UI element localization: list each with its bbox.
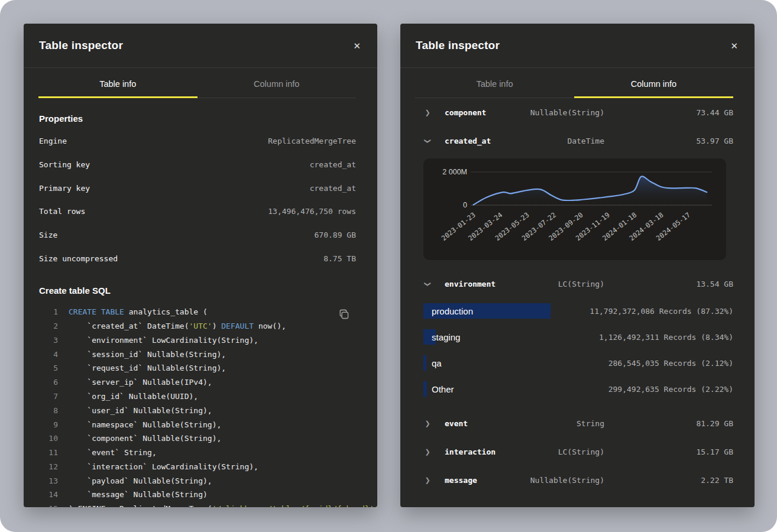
- column-size: 81.29 GB: [604, 419, 733, 428]
- sql-code-text: `user_id` Nullable(String),: [69, 404, 212, 418]
- sql-code-text: `interaction` LowCardinality(String),: [69, 460, 258, 474]
- value-records: 299,492,635 Records (2.22%): [608, 385, 733, 394]
- line-number: 8: [39, 404, 58, 418]
- line-number: 7: [39, 390, 58, 404]
- value-row-Other: Other299,492,635 Records (2.22%): [423, 376, 733, 402]
- sql-code-text: `environment` LowCardinality(String),: [69, 333, 258, 348]
- column-type: LC(String): [558, 280, 604, 288]
- property-row: EngineReplicatedMergeTree: [39, 129, 356, 153]
- column-name: environment: [445, 280, 496, 288]
- column-row-event[interactable]: ❯eventString81.29 GB: [416, 409, 733, 437]
- left-tab-bar: Table info Column info: [38, 68, 356, 98]
- properties-list: EngineReplicatedMergeTreeSorting keycrea…: [39, 129, 356, 270]
- column-size: 15.17 GB: [604, 447, 733, 456]
- tab-column-info[interactable]: Column info: [574, 68, 733, 98]
- value-bar: [423, 381, 427, 397]
- sql-code-text: `created_at` DateTime('UTC') DEFAULT now…: [69, 319, 286, 333]
- property-label: Sorting key: [39, 160, 90, 169]
- sql-code-text: `message` Nullable(String): [69, 488, 208, 502]
- sql-line: 11 `event` String,: [39, 446, 356, 460]
- create-table-sql-heading: Create table SQL: [39, 286, 356, 296]
- column-size: 53.97 GB: [604, 137, 733, 145]
- sql-code-text: `component` Nullable(String),: [69, 432, 221, 446]
- property-value: created_at: [310, 160, 356, 169]
- column-name: component: [445, 108, 486, 117]
- column-name: interaction: [445, 447, 496, 456]
- value-row-staging: staging1,126,492,311 Records (8.34%): [423, 324, 733, 350]
- line-number: 6: [39, 375, 58, 390]
- column-name: created_at: [445, 137, 491, 145]
- line-number: 13: [39, 474, 58, 488]
- tab-table-info[interactable]: Table info: [415, 68, 574, 98]
- property-value: created_at: [310, 184, 356, 193]
- sql-line: 13 `payload` Nullable(String),: [39, 474, 356, 488]
- line-number: 2: [39, 319, 58, 333]
- created-at-chart-panel: 2 000M 0 2023-01-232023-03-242023-05-232…: [423, 158, 726, 260]
- sql-line: 15) ENGINE = ReplicatedMergeTree('/click…: [39, 502, 356, 507]
- column-row-environment[interactable]: ❯environmentLC(String)13.54 GB: [416, 270, 733, 298]
- property-label: Size: [39, 231, 57, 239]
- tab-table-info[interactable]: Table info: [38, 68, 198, 98]
- sql-line: 10 `component` Nullable(String),: [39, 432, 356, 446]
- dialog-header: Table inspector ✕: [400, 24, 755, 68]
- column-row-interaction[interactable]: ❯interactionLC(String)15.17 GB: [416, 437, 733, 466]
- column-row-message[interactable]: ❯messageNullable(String)2.22 TB: [416, 466, 733, 494]
- value-records: 11,792,372,086 Records (87.32%): [590, 307, 733, 316]
- property-row: Size uncompressed8.75 TB: [39, 246, 356, 270]
- dialog-title: Table inspector: [416, 39, 500, 52]
- sql-code-text: `session_id` Nullable(String),: [69, 348, 226, 362]
- environment-values: production11,792,372,086 Records (87.32%…: [416, 298, 733, 402]
- sql-line: 8 `user_id` Nullable(String),: [39, 404, 356, 418]
- chevron-down-icon: ❯: [424, 137, 432, 145]
- value-records: 286,545,035 Records (2.12%): [608, 359, 733, 368]
- line-number: 5: [39, 361, 58, 375]
- property-label: Size uncompressed: [39, 254, 118, 263]
- sql-code-text: `event` String,: [69, 446, 157, 460]
- chevron-right-icon: ❯: [423, 109, 432, 116]
- column-list: ❯componentNullable(String)73.44 GB❯creat…: [400, 98, 755, 494]
- column-type: Nullable(String): [530, 476, 604, 485]
- column-type: DateTime: [567, 137, 604, 145]
- property-label: Total rows: [39, 207, 85, 216]
- property-label: Engine: [39, 137, 67, 145]
- property-value: ReplicatedMergeTree: [268, 137, 356, 145]
- property-row: Primary keycreated_at: [39, 176, 356, 200]
- line-number: 9: [39, 418, 58, 432]
- column-name: message: [445, 476, 477, 485]
- sql-line: 3 `environment` LowCardinality(String),: [39, 333, 356, 348]
- sql-code-text: `payload` Nullable(String),: [69, 474, 212, 488]
- close-icon[interactable]: ✕: [727, 38, 742, 54]
- tab-column-info[interactable]: Column info: [198, 68, 357, 98]
- line-number: 14: [39, 488, 58, 502]
- copy-icon[interactable]: [335, 306, 351, 324]
- line-number: 11: [39, 446, 58, 460]
- sql-code-text: `namespace` Nullable(String),: [69, 418, 221, 432]
- column-size: 73.44 GB: [604, 108, 733, 117]
- property-row: Total rows13,496,476,750 rows: [39, 200, 356, 223]
- table-inspector-dialog-left: Table inspector ✕ Table info Column info…: [24, 24, 377, 507]
- line-number: 1: [39, 305, 58, 319]
- close-icon[interactable]: ✕: [349, 38, 364, 54]
- line-number: 4: [39, 348, 58, 362]
- property-value: 8.75 TB: [323, 254, 356, 263]
- column-size: 2.22 TB: [604, 476, 733, 485]
- column-row-created_at[interactable]: ❯created_atDateTime53.97 GB: [416, 126, 733, 155]
- sql-code-block: 1CREATE TABLE analytics_table (2 `create…: [39, 305, 356, 507]
- property-row: Sorting keycreated_at: [39, 153, 356, 177]
- property-value: 670.89 GB: [315, 231, 356, 239]
- column-name: event: [445, 419, 468, 428]
- sql-line: 2 `created_at` DateTime('UTC') DEFAULT n…: [39, 319, 356, 333]
- chevron-right-icon: ❯: [423, 476, 432, 484]
- sql-line: 14 `message` Nullable(String): [39, 488, 356, 502]
- dialog-title: Table inspector: [39, 39, 123, 52]
- properties-heading: Properties: [39, 113, 356, 124]
- sql-code-text: `org_id` Nullable(UUID),: [69, 390, 198, 404]
- value-label: staging: [432, 332, 460, 342]
- dialog-header: Table inspector ✕: [24, 24, 377, 68]
- value-bar: [423, 355, 426, 371]
- value-label: production: [432, 306, 473, 316]
- column-row-component[interactable]: ❯componentNullable(String)73.44 GB: [416, 98, 733, 126]
- chevron-down-icon: ❯: [424, 280, 432, 288]
- property-row: Size670.89 GB: [39, 223, 356, 247]
- sql-code-text: `request_id` Nullable(String),: [69, 361, 226, 375]
